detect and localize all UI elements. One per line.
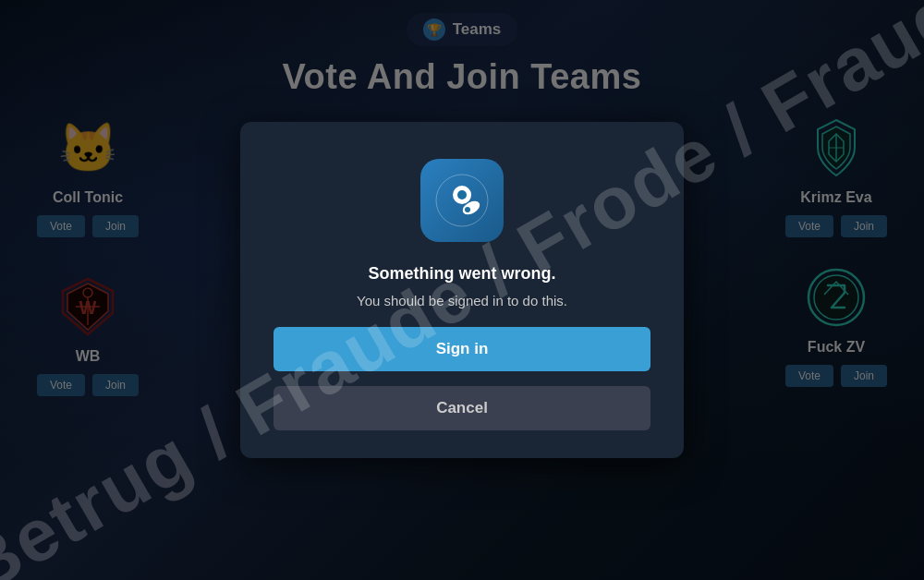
modal-error-title: Something went wrong. <box>369 264 556 284</box>
modal-overlay: Something went wrong. You should be sign… <box>0 0 924 580</box>
svg-point-12 <box>457 190 467 199</box>
svg-point-15 <box>465 207 470 212</box>
steam-icon <box>420 159 504 242</box>
signin-button[interactable]: Sign in <box>274 327 650 371</box>
error-modal: Something went wrong. You should be sign… <box>240 122 684 458</box>
modal-error-subtitle: You should be signed in to do this. <box>357 293 567 308</box>
cancel-button[interactable]: Cancel <box>274 386 650 430</box>
